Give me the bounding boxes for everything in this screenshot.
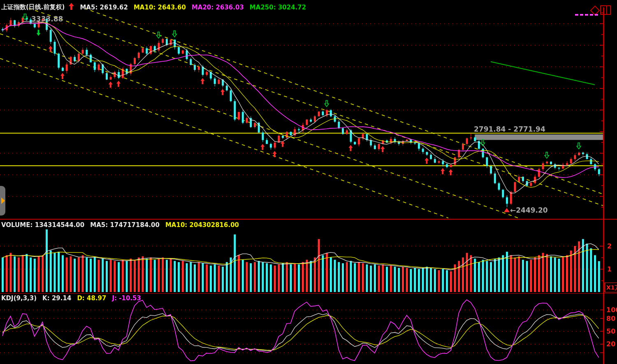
peak-marker-icon (22, 14, 28, 22)
volume-axis-tick-2: 2 (607, 242, 612, 250)
kdj-name: KDJ(9,3,3) (1, 294, 37, 302)
main-pane-header: 上证指数(日线.前复权) MA5: 2619.62 MA10: 2643.60 … (1, 3, 306, 12)
instrument-title: 上证指数(日线.前复权) (1, 3, 65, 11)
volume-pane-header: VOLUME: 134314544.00 MA5: 174717184.00 M… (1, 221, 239, 229)
ma250-readout: MA250: 3024.72 (250, 4, 306, 11)
split-window-icon[interactable] (600, 5, 611, 15)
volume-unit-multiplier: X1万 (605, 283, 617, 292)
expand-arrow-icon (1, 197, 5, 204)
side-panel-expander[interactable] (0, 186, 5, 216)
chart-canvas[interactable] (0, 0, 617, 364)
volume-ma5-readout: MA5: 174717184.00 (90, 221, 160, 229)
left-arrow-icon: ← (510, 206, 516, 214)
kdj-axis-80: 80 (606, 315, 615, 322)
ma5-readout: MA5: 2619.62 (80, 4, 128, 11)
kdj-axis-20: 20 (606, 340, 615, 348)
kdj-j-readout: J: -10.53 (112, 294, 141, 302)
volume-axis-tick-1: 1 (607, 265, 612, 273)
volume-readout: VOLUME: 134314544.00 (1, 221, 84, 229)
magenta-dash-annotation (575, 14, 598, 16)
kdj-pane-header: KDJ(9,3,3) K: 29.14 D: 48.97 J: -10.53 (1, 294, 141, 302)
ma10-readout: MA10: 2643.60 (134, 4, 186, 11)
trend-up-arrow-icon (69, 3, 74, 12)
kdj-axis-100: 100 (606, 306, 617, 314)
kdj-k-readout: K: 29.14 (42, 294, 71, 302)
gap-range-label: 2791.84 - 2771.94 (474, 125, 545, 133)
ma20-readout: MA20: 2636.03 (192, 4, 244, 11)
low-price-label: ←2449.20 (510, 206, 548, 214)
kdj-d-readout: D: 48.97 (77, 294, 106, 302)
kdj-axis-50: 50 (606, 327, 615, 335)
volume-ma10-readout: MA10: 204302816.00 (165, 221, 239, 229)
peak-price-label: 3333.88 (31, 15, 63, 23)
